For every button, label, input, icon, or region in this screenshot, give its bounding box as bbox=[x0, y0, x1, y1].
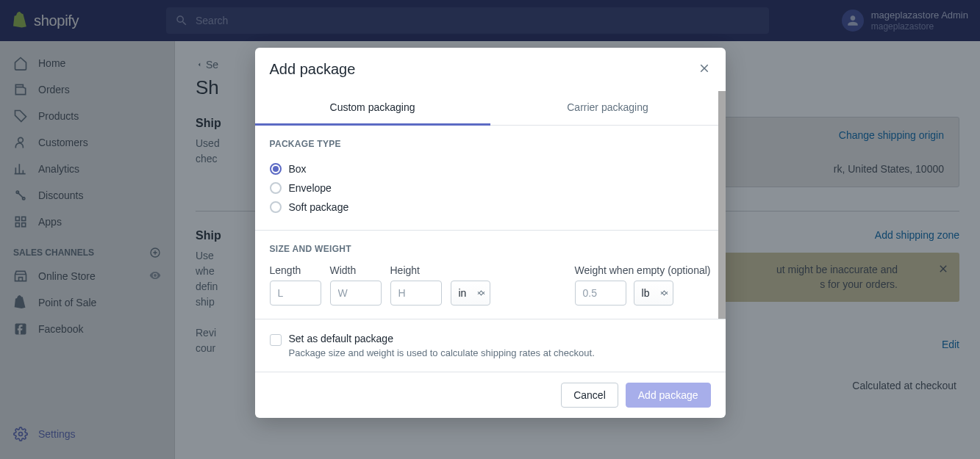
modal-title: Add package bbox=[270, 61, 356, 78]
radio-label: Box bbox=[289, 163, 307, 175]
add-package-button[interactable]: Add package bbox=[626, 383, 711, 408]
package-type-label: PACKAGE TYPE bbox=[270, 139, 711, 149]
close-icon bbox=[698, 62, 711, 75]
radio-label: Soft package bbox=[289, 201, 349, 213]
checkbox-input[interactable] bbox=[270, 334, 282, 346]
size-weight-section: SIZE AND WEIGHT Length Width Height in bbox=[255, 231, 726, 319]
radio-input[interactable] bbox=[270, 163, 282, 175]
radio-soft-package[interactable]: Soft package bbox=[270, 198, 711, 217]
height-input[interactable] bbox=[390, 281, 442, 306]
tab-custom-packaging[interactable]: Custom packaging bbox=[255, 91, 490, 126]
weight-unit-select[interactable]: lb bbox=[634, 281, 673, 306]
default-package-section: Set as default package Package size and … bbox=[255, 319, 726, 372]
default-package-checkbox-row[interactable]: Set as default package Package size and … bbox=[270, 333, 711, 358]
cancel-button[interactable]: Cancel bbox=[561, 383, 618, 408]
default-package-label: Set as default package bbox=[289, 333, 595, 344]
width-input[interactable] bbox=[330, 281, 382, 306]
radio-label: Envelope bbox=[289, 182, 332, 194]
tab-carrier-packaging[interactable]: Carrier packaging bbox=[490, 91, 726, 125]
radio-envelope[interactable]: Envelope bbox=[270, 178, 711, 198]
weight-label: Weight when empty (optional) bbox=[575, 264, 711, 276]
scrollbar[interactable] bbox=[718, 91, 726, 319]
close-modal-button[interactable] bbox=[698, 62, 711, 77]
length-input[interactable] bbox=[270, 281, 321, 306]
add-package-modal: Add package Custom packaging Carrier pac… bbox=[255, 48, 726, 418]
weight-input[interactable] bbox=[575, 281, 626, 306]
radio-box[interactable]: Box bbox=[270, 159, 711, 178]
size-weight-label: SIZE AND WEIGHT bbox=[270, 244, 711, 254]
width-label: Width bbox=[330, 264, 382, 276]
height-label: Height bbox=[390, 264, 442, 276]
length-label: Length bbox=[270, 264, 321, 276]
radio-input[interactable] bbox=[270, 201, 282, 213]
dimension-unit-select[interactable]: in bbox=[451, 281, 490, 306]
package-type-section: PACKAGE TYPE Box Envelope Soft package bbox=[255, 126, 726, 231]
radio-input[interactable] bbox=[270, 182, 282, 194]
default-package-sub: Package size and weight is used to calcu… bbox=[289, 347, 595, 358]
